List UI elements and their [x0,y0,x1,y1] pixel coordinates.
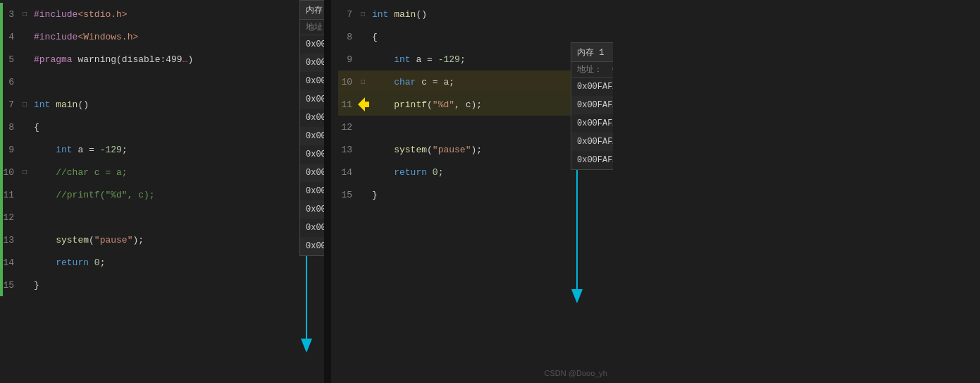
line-num: 12 [338,122,358,133]
memory-title: 内存 1 [306,4,324,16]
mem-addr: 0x006FF748 [306,113,324,123]
mem-addr: 0x006FF749 [306,131,324,141]
code-text: { [30,122,39,133]
mem-addr: 0x006FF74D [306,205,324,214]
memory-header: 内存 1 &a [300,1,324,20]
mem-addr: 0x00FAFA6C [577,100,613,110]
code-text: int a = -129; [368,54,466,65]
code-text: int main() [30,99,89,110]
green-bar [0,183,3,206]
memory-table-left: 0x006FF744 7f . 0x006FF745 ff . 0x006FF7… [300,35,324,255]
code-text: return 0; [368,167,443,178]
mem-row: 0x006FF74B cc ? [300,164,324,182]
mem-row: 0x006FF74F 00 . [300,237,324,255]
mem-row: 0x006FF74C 9c ? [300,182,324,200]
code-text: { [368,32,378,42]
mem-row: 0x006FF74D f7 ? [300,200,324,219]
green-bar [0,71,3,93]
mem-addr: 0x00FAFA6E [577,137,613,147]
line-num: 10 [0,167,20,178]
code-text: return 0; [30,257,105,268]
code-line-9: 9 int a = -129; [0,138,324,161]
line-num: 9 [0,145,20,155]
code-line-11: 11 //printf("%d", c); [0,183,324,206]
line-num: 11 [338,99,358,110]
code-text: int a = -129; [30,145,128,155]
mem-row: 0x006FF74E 6f o [300,219,324,237]
line-num: 7 [0,99,20,110]
code-line-4: 4 #include<Windows.h> [0,25,324,48]
mem-addr: 0x00FAFA6B [577,82,613,92]
line-num: 13 [338,145,358,155]
code-line-13: 13 system("pause"); [0,229,324,251]
collapse-icon[interactable]: □ [20,101,30,109]
line-num: 7 [338,9,358,20]
mem-row: 0x00FAFA6F cc ? [571,151,613,169]
code-text: #pragma warning(disable:499…) [30,54,193,65]
code-text: //printf("%d", c); [30,190,155,200]
code-line-3: 3 □ #include<stdio.h> [0,3,324,25]
addr-value-right: 0x00FAFA6B [612,65,613,75]
line-num: 15 [338,190,358,200]
mem-row: 0x00FAFA6C cc ? [571,96,613,114]
code-text: #include<stdio.h> [30,9,128,20]
code-text: char c = a; [368,77,454,87]
collapse-icon: □ [358,78,368,86]
mem-row: 0x00FAFA6D cc ? [571,114,613,133]
svg-marker-3 [358,97,369,111]
collapse-icon[interactable]: □ [20,169,30,176]
code-line-5: 5 #pragma warning(disable:499…) [0,48,324,71]
svg-marker-1 [301,339,312,353]
line-num: 14 [0,257,20,268]
right-memory-panel: 内存 1 &c 地址： 0x00FAFA6B 0x00FAFA6B 7f . 0… [571,42,613,170]
code-line-15: 15 } [0,274,324,296]
mem-row: 0x006FF745 ff . [300,54,324,72]
watermark: CSDN @Dooo_yh [545,369,607,377]
code-text: //char c = a; [30,167,128,178]
green-bar [0,274,3,296]
collapse-icon[interactable]: □ [358,11,368,18]
code-text: system("pause"); [30,235,144,245]
code-text: int main() [368,9,427,20]
code-text: } [30,280,39,291]
code-text: system("pause"); [368,145,482,155]
line-num: 6 [0,77,20,87]
green-bar [0,229,3,251]
memory-addr-row-right: 地址： 0x00FAFA6B [571,62,613,78]
green-bar [0,3,3,25]
memory-addr-row: 地址： 0x006FF744 [300,20,324,35]
addr-label-right: 地址： [577,63,612,75]
line-num: 12 [0,212,20,223]
right-code-panel: 7 □ int main() 8 { 9 int a = -129; 10 □ [338,0,613,383]
green-bar [0,93,3,116]
green-bar [0,206,3,229]
left-memory-panel: 内存 1 &a 地址： 0x006FF744 0x006FF744 7f . 0… [299,0,324,256]
code-line-14: 14 return 0; [0,251,324,274]
memory-title-right: 内存 1 [577,47,604,59]
code-text: } [368,190,378,200]
mem-row: 0x006FF74A cc ? [300,145,324,164]
line-num: 13 [0,235,20,245]
mem-addr: 0x006FF747 [306,95,324,104]
code-text: #include<Windows.h> [30,32,138,42]
mem-row: 0x006FF747 ff . [300,90,324,109]
collapse-icon[interactable]: □ [20,11,30,18]
line-num: 4 [0,32,20,42]
mem-addr: 0x006FF745 [306,58,324,68]
mem-addr: 0x006FF74C [306,186,324,196]
mem-addr: 0x00FAFA6F [577,155,613,165]
mem-addr: 0x00FAFA6D [577,118,613,128]
mem-row: 0x006FF746 ff . [300,72,324,90]
mem-addr: 0x006FF744 [306,39,324,49]
line-num: 8 [338,32,358,42]
green-bar [0,251,3,274]
panel-divider [324,0,331,383]
mem-addr: 0x006FF74B [306,168,324,178]
right-code-line-7: 7 □ int main() [338,3,613,25]
memory-header-right: 内存 1 &c [571,43,613,62]
line-num: 5 [0,54,20,65]
mem-row: 0x00FAFA6B 7f . [571,78,613,96]
svg-marker-5 [571,289,583,303]
mem-row: 0x006FF748 cc ? [300,109,324,127]
left-code-lines: 3 □ #include<stdio.h> 4 #include<Windows… [0,0,324,299]
